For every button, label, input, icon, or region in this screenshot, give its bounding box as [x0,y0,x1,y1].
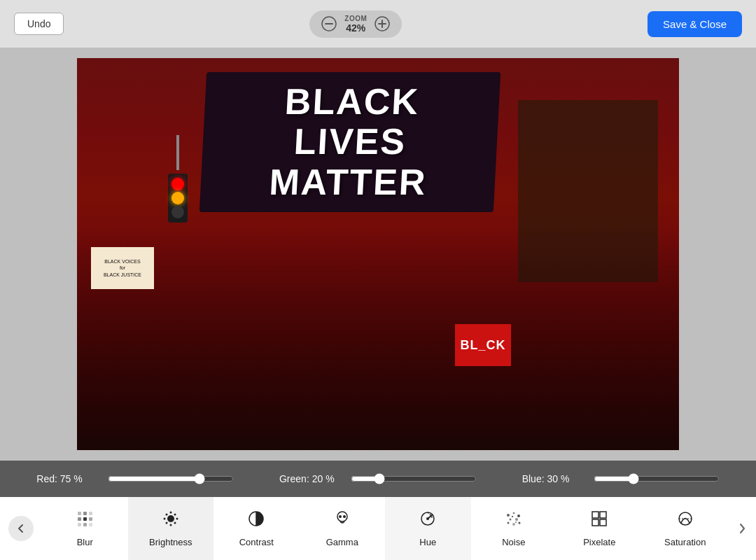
green-label: Green: 20 % [279,473,342,484]
svg-point-20 [174,514,176,516]
svg-point-31 [512,512,514,514]
svg-point-22 [174,522,176,524]
noise-icon [505,510,523,533]
top-bar: Undo ZOOM 42% Save & Close [0,0,756,48]
svg-point-17 [163,518,165,520]
svg-rect-8 [78,517,81,521]
more-button[interactable] [728,497,756,560]
svg-point-33 [509,519,511,521]
tool-saturation[interactable]: Saturation [643,497,729,560]
svg-point-19 [165,514,167,516]
svg-point-26 [339,515,342,518]
svg-rect-10 [89,517,92,521]
svg-point-35 [507,522,509,524]
traffic-light-green [172,206,184,218]
svg-rect-13 [89,523,92,526]
svg-rect-7 [89,512,92,515]
zoom-out-button[interactable] [321,15,337,32]
svg-point-34 [515,518,518,521]
svg-rect-40 [592,512,598,518]
blue-slider-group: Blue: 30 % [522,473,720,484]
svg-point-14 [167,515,174,522]
svg-rect-12 [83,523,87,526]
svg-point-18 [176,518,178,520]
svg-rect-41 [600,512,606,518]
svg-point-29 [426,517,429,520]
undo-button[interactable]: Undo [14,13,64,35]
svg-point-36 [512,523,515,526]
blur-icon [76,510,94,533]
traffic-light-red [172,178,184,190]
back-button[interactable] [0,497,42,560]
svg-point-32 [517,514,520,517]
crowd-layer [77,226,679,450]
tool-pixelate[interactable]: Pixelate [556,497,643,560]
photo-container: BLACKLIVESMATTER BLACK VOICESforBLACK JU… [77,58,679,450]
blm-flag: BLACKLIVESMATTER [200,72,500,212]
pixelate-icon [590,510,608,533]
saturation-label: Saturation [664,537,706,547]
zoom-text: ZOOM [344,15,367,22]
zoom-value: 42% [344,22,367,34]
svg-point-16 [169,524,172,526]
rgb-bar: Red: 75 % Green: 20 % Blue: 30 % [0,461,756,497]
svg-rect-9 [83,517,87,521]
noise-label: Noise [502,537,525,547]
red-slider[interactable] [108,473,234,484]
tools-list: Blur Brightness [42,497,728,560]
tool-gamma[interactable]: Gamma [300,497,386,560]
gamma-icon [333,510,351,533]
gamma-label: Gamma [326,537,358,547]
red-label: Red: 75 % [36,473,99,484]
svg-point-38 [512,516,513,517]
svg-rect-43 [600,519,606,526]
svg-rect-42 [592,519,598,526]
svg-point-37 [518,522,520,524]
saturation-icon [676,510,694,533]
hue-icon [419,510,437,533]
svg-point-39 [515,522,517,523]
small-sign: BLACK VOICESforBLACK JUSTICE [91,247,154,289]
blue-label: Blue: 30 % [522,473,585,484]
traffic-light-yellow [172,192,184,204]
hue-label: Hue [419,537,436,547]
svg-point-21 [165,522,167,524]
svg-rect-11 [78,523,81,526]
blur-label: Blur [77,537,93,547]
zoom-control: ZOOM 42% [309,10,402,38]
tool-contrast[interactable]: Contrast [214,497,300,560]
green-slider[interactable] [351,473,477,484]
flag-text: BLACKLIVESMATTER [268,82,432,202]
back-circle [8,516,34,541]
traffic-light [168,135,188,223]
contrast-icon [247,510,265,533]
green-slider-group: Green: 20 % [279,473,477,484]
svg-rect-5 [78,512,81,515]
tool-hue[interactable]: Hue [385,497,471,560]
svg-point-27 [343,515,346,518]
tool-noise[interactable]: Noise [471,497,557,560]
traffic-light-box [168,174,188,223]
blm-sign: BL_CK [455,324,511,366]
tool-blur[interactable]: Blur [42,497,128,560]
svg-point-30 [507,514,510,517]
red-slider-group: Red: 75 % [36,473,234,484]
brightness-icon [162,510,180,533]
save-close-button[interactable]: Save & Close [648,11,742,37]
zoom-label: ZOOM 42% [344,15,367,34]
svg-rect-6 [83,512,87,515]
tools-bar: Blur Brightness [0,497,756,560]
image-area: BLACKLIVESMATTER BLACK VOICESforBLACK JU… [0,48,756,461]
tool-brightness[interactable]: Brightness [128,497,214,560]
blue-slider[interactable] [594,473,720,484]
traffic-light-pole [176,135,179,170]
svg-point-15 [169,512,172,514]
pixelate-label: Pixelate [583,537,615,547]
photo-background: BLACKLIVESMATTER BLACK VOICESforBLACK JU… [77,58,679,450]
brightness-label: Brightness [149,537,192,547]
contrast-label: Contrast [239,537,274,547]
zoom-in-button[interactable] [374,15,391,32]
